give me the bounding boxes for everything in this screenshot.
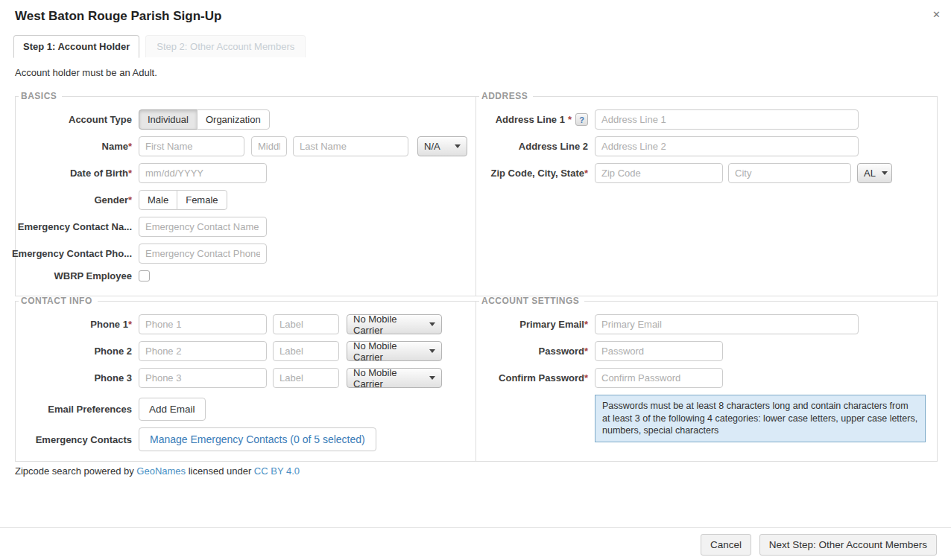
zip-code-input[interactable] — [595, 163, 723, 183]
phone2-label-input[interactable] — [273, 341, 339, 361]
phone1-row: Phone 1* No Mobile Carrier — [16, 314, 470, 334]
phone3-row: Phone 3 No Mobile Carrier — [16, 368, 470, 388]
phone3-label: Phone 3 — [16, 372, 139, 384]
phone2-label: Phone 2 — [16, 346, 139, 357]
phone1-carrier-select[interactable]: No Mobile Carrier — [347, 314, 442, 334]
gender-toggle: Male Female — [139, 190, 227, 210]
password-requirements-note: Passwords must be at least 8 characters … — [595, 395, 926, 442]
cancel-button[interactable]: Cancel — [701, 534, 751, 556]
account-type-row: Account Type Individual Organization — [16, 109, 470, 130]
name-suffix-value: N/A — [424, 141, 440, 152]
address-section: ADDRESS Address Line 1* ? Address Line 2… — [476, 91, 938, 296]
phone2-row: Phone 2 No Mobile Carrier — [16, 341, 470, 361]
emergency-contact-phone-input[interactable] — [139, 244, 267, 264]
wbrp-employee-label: WBRP Employee — [16, 270, 139, 281]
geonames-link[interactable]: GeoNames — [136, 465, 186, 477]
attribution-text: licensed under — [186, 465, 254, 477]
dob-label: Date of Birth* — [16, 168, 139, 179]
primary-email-label: Primary Email* — [476, 319, 595, 330]
chevron-down-icon — [429, 376, 435, 380]
address-line2-row: Address Line 2 — [476, 136, 931, 156]
dob-input[interactable] — [139, 163, 267, 183]
phone1-label: Phone 1* — [16, 319, 139, 330]
name-label: Name* — [16, 141, 139, 152]
account-settings-legend: ACCOUNT SETTINGS — [479, 296, 584, 306]
basics-section: BASICS Account Type Individual Organizat… — [15, 91, 476, 296]
phone3-input[interactable] — [139, 368, 267, 388]
address-line2-label: Address Line 2 — [476, 141, 595, 152]
email-preferences-label: Email Preferences — [16, 404, 139, 415]
phone2-carrier-value: No Mobile Carrier — [353, 340, 423, 363]
chevron-down-icon — [455, 144, 461, 148]
primary-email-row: Primary Email* — [476, 314, 931, 334]
attribution-text: Zipcode search powered by — [15, 465, 136, 477]
gender-label: Gender* — [16, 194, 139, 206]
address-line1-input[interactable] — [595, 109, 859, 130]
state-value: AL — [864, 168, 876, 179]
city-input[interactable] — [728, 163, 851, 183]
tab-step2-other-members[interactable]: Step 2: Other Account Members — [145, 35, 306, 57]
phone1-label-input[interactable] — [273, 314, 339, 334]
emergency-contact-name-row: Emergency Contact Na... — [16, 217, 470, 237]
wbrp-employee-checkbox[interactable] — [139, 270, 150, 281]
confirm-password-label: Confirm Password* — [476, 372, 595, 384]
contact-info-section: CONTACT INFO Phone 1* No Mobile Carrier … — [15, 296, 476, 462]
phone3-carrier-select[interactable]: No Mobile Carrier — [347, 368, 442, 388]
basics-legend: BASICS — [19, 91, 62, 101]
password-row: Password* — [476, 341, 931, 361]
emergency-contact-name-input[interactable] — [139, 217, 267, 237]
account-settings-section: ACCOUNT SETTINGS Primary Email* Password… — [476, 296, 938, 462]
emergency-contacts-row: Emergency Contacts Manage Emergency Cont… — [16, 427, 470, 451]
phone1-input[interactable] — [139, 314, 267, 334]
phone2-input[interactable] — [139, 341, 267, 361]
tab-bar: Step 1: Account Holder Step 2: Other Acc… — [13, 35, 951, 57]
account-type-organization-button[interactable]: Organization — [197, 109, 270, 130]
primary-email-input[interactable] — [595, 314, 859, 334]
name-row: Name* N/A — [16, 136, 470, 156]
name-suffix-select[interactable]: N/A — [417, 136, 467, 156]
form-grid: BASICS Account Type Individual Organizat… — [15, 91, 938, 462]
address-line1-label: Address Line 1* ? — [476, 113, 595, 126]
zipcode-attribution: Zipcode search powered by GeoNames licen… — [15, 465, 951, 477]
modal-footer: Cancel Next Step: Other Account Members — [0, 527, 951, 560]
address-line2-input[interactable] — [595, 136, 859, 156]
gender-row: Gender* Male Female — [16, 190, 470, 210]
close-icon[interactable]: ✕ — [932, 10, 941, 19]
dob-row: Date of Birth* — [16, 163, 470, 183]
confirm-password-row: Confirm Password* — [476, 368, 931, 388]
state-select[interactable]: AL — [857, 163, 892, 183]
modal-header: West Baton Rouge Parish Sign-Up ✕ — [0, 0, 951, 24]
phone3-carrier-value: No Mobile Carrier — [353, 367, 423, 389]
gender-male-button[interactable]: Male — [139, 190, 177, 210]
wbrp-employee-row: WBRP Employee — [16, 270, 470, 281]
add-email-button[interactable]: Add Email — [139, 398, 206, 421]
middle-name-input[interactable] — [251, 136, 287, 156]
emergency-contact-phone-label: Emergency Contact Pho... — [16, 248, 139, 259]
zip-city-state-label: Zip Code, City, State* — [476, 168, 595, 179]
password-label: Password* — [476, 346, 595, 357]
chevron-down-icon — [429, 349, 435, 353]
account-type-toggle: Individual Organization — [139, 109, 270, 130]
chevron-down-icon — [429, 322, 435, 326]
phone1-carrier-value: No Mobile Carrier — [353, 314, 423, 336]
first-name-input[interactable] — [139, 136, 244, 156]
address-legend: ADDRESS — [479, 91, 533, 101]
cc-by-link[interactable]: CC BY 4.0 — [254, 465, 300, 477]
confirm-password-input[interactable] — [595, 368, 723, 388]
address-line1-row: Address Line 1* ? — [476, 109, 931, 130]
adult-note: Account holder must be an Adult. — [15, 67, 951, 78]
help-icon[interactable]: ? — [575, 113, 588, 126]
password-input[interactable] — [595, 341, 723, 361]
manage-emergency-contacts-button[interactable]: Manage Emergency Contacts (0 of 5 select… — [139, 427, 376, 451]
next-step-button[interactable]: Next Step: Other Account Members — [759, 534, 937, 556]
last-name-input[interactable] — [293, 136, 408, 156]
phone2-carrier-select[interactable]: No Mobile Carrier — [347, 341, 442, 361]
account-type-individual-button[interactable]: Individual — [139, 109, 198, 130]
gender-female-button[interactable]: Female — [177, 190, 227, 210]
page-title: West Baton Rouge Parish Sign-Up — [15, 9, 936, 24]
phone3-label-input[interactable] — [273, 368, 339, 388]
emergency-contact-phone-row: Emergency Contact Pho... — [16, 244, 470, 264]
email-preferences-row: Email Preferences Add Email — [16, 398, 470, 421]
tab-step1-account-holder[interactable]: Step 1: Account Holder — [13, 35, 139, 58]
emergency-contacts-label: Emergency Contacts — [16, 434, 139, 445]
